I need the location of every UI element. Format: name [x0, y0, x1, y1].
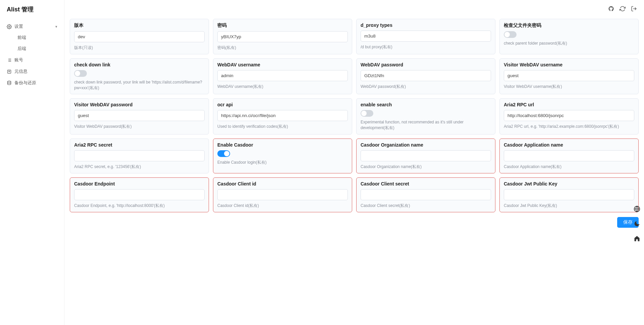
- logout-icon: [631, 6, 637, 12]
- setting-label: ocr api: [217, 102, 348, 107]
- svg-point-0: [9, 26, 10, 27]
- theme-button[interactable]: [633, 220, 641, 227]
- setting-input[interactable]: [74, 110, 205, 121]
- nav-accounts-label: 账号: [14, 57, 23, 63]
- setting-label: Casdoor Client id: [217, 181, 348, 186]
- language-button[interactable]: [633, 205, 641, 213]
- setting-help: Casdoor Application name(私有): [504, 164, 634, 170]
- setting-card: Casdoor Client secretCasdoor Client secr…: [356, 177, 495, 212]
- setting-help: Visitor WebDAV password(私有): [74, 124, 205, 129]
- setting-help: Casdoor Jwt Public Key(私有): [504, 203, 634, 209]
- main: 版本版本(只读)密码密码(私有)d_proxy types/d but prox…: [64, 0, 644, 325]
- setting-card: WebDAV passwordWebDAV password(私有): [356, 58, 495, 95]
- setting-help: /d but proxy(私有): [361, 44, 491, 50]
- setting-input[interactable]: [217, 110, 348, 121]
- setting-help: check parent folder password(私有): [504, 41, 634, 46]
- setting-label: 密码: [217, 22, 348, 29]
- gear-icon: [7, 24, 12, 29]
- setting-card: Casdoor Application nameCasdoor Applicat…: [499, 139, 639, 173]
- nav: 设置 ▾ 前端 后端 账号 元信息 备份与还原: [0, 19, 64, 91]
- setting-help: 版本(只读): [74, 45, 205, 51]
- setting-help: Aria2 RPC secret, e.g. '123456'(私有): [74, 164, 205, 170]
- setting-help: Experimental function, not recommended a…: [361, 119, 491, 131]
- nav-meta-label: 元信息: [14, 68, 28, 74]
- setting-card: 版本版本(只读): [70, 19, 209, 54]
- setting-input[interactable]: [74, 150, 205, 161]
- setting-input[interactable]: [217, 31, 348, 42]
- setting-help: Used to identify verification codes(私有): [217, 124, 348, 129]
- nav-backend-label: 后端: [17, 46, 26, 52]
- nav-meta[interactable]: 元信息: [3, 66, 61, 77]
- brand-title: Alist 管理: [0, 0, 64, 19]
- chevron-down-icon: ▾: [55, 24, 57, 29]
- globe-icon: [634, 206, 640, 212]
- info-icon: [7, 69, 12, 74]
- settings-grid: 版本版本(只读)密码密码(私有)d_proxy types/d but prox…: [70, 19, 639, 212]
- toggle-knob: [224, 151, 229, 156]
- setting-help: WebDAV password(私有): [361, 84, 491, 90]
- setting-input[interactable]: [361, 189, 491, 200]
- setting-label: Visitor WebDAV username: [504, 62, 634, 67]
- logout-button[interactable]: [631, 5, 637, 12]
- setting-input[interactable]: [217, 189, 348, 200]
- refresh-button[interactable]: [619, 5, 626, 12]
- setting-toggle[interactable]: [74, 70, 87, 77]
- nav-frontend[interactable]: 前端: [13, 32, 61, 43]
- setting-label: enable search: [361, 102, 491, 107]
- setting-card: Casdoor Organization nameCasdoor Organiz…: [356, 139, 495, 173]
- nav-settings[interactable]: 设置 ▾: [3, 21, 61, 32]
- content: 版本版本(只读)密码密码(私有)d_proxy types/d but prox…: [64, 17, 644, 325]
- setting-label: Aria2 RPC secret: [74, 142, 205, 148]
- setting-label: check down link: [74, 62, 205, 67]
- setting-label: Casdoor Endpoint: [74, 181, 205, 186]
- setting-label: WebDAV password: [361, 62, 491, 67]
- setting-label: Casdoor Client secret: [361, 181, 491, 186]
- setting-toggle[interactable]: [504, 31, 517, 38]
- setting-card: Visitor WebDAV passwordVisitor WebDAV pa…: [70, 98, 209, 134]
- nav-accounts[interactable]: 账号: [3, 54, 61, 66]
- float-bar: [633, 205, 641, 242]
- github-icon: [608, 6, 614, 12]
- setting-card: Casdoor Jwt Public KeyCasdoor Jwt Public…: [499, 177, 639, 212]
- setting-help: Visitor WebDAV username(私有): [504, 84, 634, 90]
- setting-input[interactable]: [74, 31, 205, 42]
- setting-label: d_proxy types: [361, 22, 491, 28]
- nav-frontend-label: 前端: [17, 35, 26, 41]
- github-button[interactable]: [608, 5, 614, 12]
- setting-card: ocr apiUsed to identify verification cod…: [213, 98, 352, 134]
- setting-help: Enable Casdoor login(私有): [217, 160, 348, 165]
- setting-label: Aria2 RPC url: [504, 102, 634, 107]
- setting-input[interactable]: [361, 150, 491, 161]
- setting-card: Casdoor EndpointCasdoor Endpoint, e.g. '…: [70, 177, 209, 212]
- setting-help: Casdoor Organization name(私有): [361, 164, 491, 170]
- setting-card: Casdoor Client idCasdoor Client id(私有): [213, 177, 352, 212]
- setting-input[interactable]: [217, 70, 348, 81]
- nav-backup-label: 备份与还原: [14, 80, 36, 86]
- nav-backup[interactable]: 备份与还原: [3, 77, 61, 89]
- svg-point-10: [8, 81, 11, 82]
- setting-input[interactable]: [361, 31, 491, 42]
- setting-card: 检查父文件夹密码check parent folder password(私有): [499, 19, 639, 54]
- setting-input[interactable]: [504, 70, 634, 81]
- setting-input[interactable]: [74, 189, 205, 200]
- home-icon: [634, 235, 640, 242]
- setting-help: check down link password, your link will…: [74, 79, 205, 91]
- setting-help: Aria2 RPC url, e.g. 'http://aria2.exampl…: [504, 124, 634, 129]
- setting-card: WebDAV usernameWebDAV username(私有): [213, 58, 352, 95]
- nav-backend[interactable]: 后端: [13, 43, 61, 54]
- setting-input[interactable]: [504, 110, 634, 121]
- setting-help: Casdoor Client secret(私有): [361, 203, 491, 209]
- setting-input[interactable]: [504, 150, 634, 161]
- setting-card: Enable CasdoorEnable Casdoor login(私有): [213, 139, 352, 173]
- setting-input[interactable]: [361, 70, 491, 81]
- setting-label: Casdoor Application name: [504, 142, 634, 148]
- moon-icon: [634, 220, 640, 227]
- setting-label: 检查父文件夹密码: [504, 22, 634, 29]
- refresh-icon: [620, 6, 626, 12]
- setting-toggle[interactable]: [217, 150, 230, 157]
- sidebar: Alist 管理 设置 ▾ 前端 后端 账号 元信息 备份与还原: [0, 0, 64, 325]
- home-button[interactable]: [633, 235, 641, 242]
- setting-input[interactable]: [504, 189, 634, 200]
- setting-card: enable searchExperimental function, not …: [356, 98, 495, 134]
- setting-toggle[interactable]: [361, 110, 373, 117]
